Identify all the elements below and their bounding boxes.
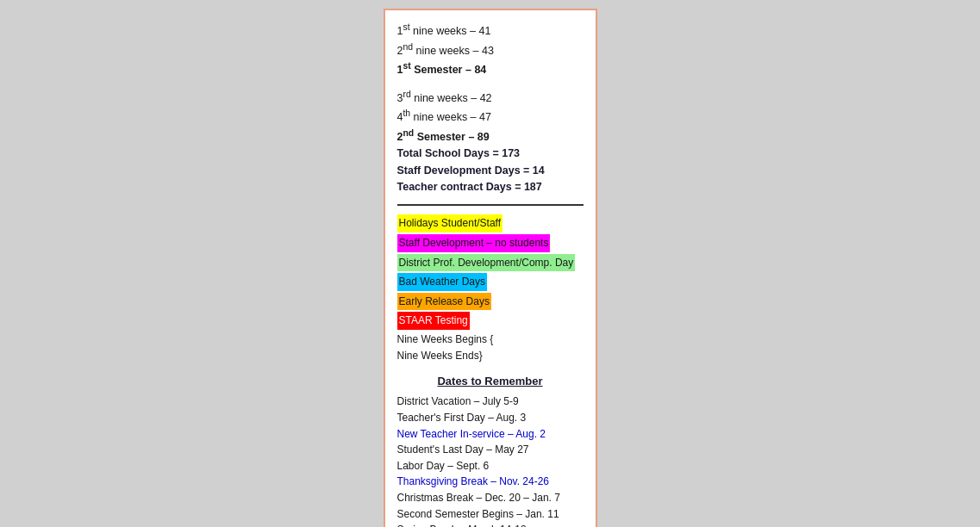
legend-bad-weather-label: Bad Weather Days [397, 273, 488, 291]
second-nine-weeks: 2nd nine weeks – 43 [397, 40, 584, 60]
teacher-contract-days: Teacher contract Days = 187 [397, 179, 584, 195]
legend-staff-dev: Staff Development – no students [397, 234, 584, 254]
nine-weeks-ends: Nine Weeks Ends} [397, 348, 584, 364]
date-student-last-day: Student's Last Day – May 27 [397, 442, 584, 458]
semester1-total: 1st Semester – 84 [397, 59, 584, 79]
legend-holidays: Holidays Student/Staff [397, 214, 584, 234]
third-nine-weeks: 3rd nine weeks – 42 [397, 88, 584, 108]
date-teacher-first-day: Teacher's First Day – Aug. 3 [397, 410, 584, 426]
legend-section: Holidays Student/Staff Staff Development… [397, 214, 584, 364]
date-new-teacher-inservice: New Teacher In-service – Aug. 2 [397, 426, 584, 443]
date-spring-break: Spring Break – March 14-18 [397, 522, 584, 527]
legend-early-release: Early Release Days [397, 293, 584, 313]
total-school-days: Total School Days = 173 [397, 146, 584, 162]
fourth-nine-weeks: 4th nine weeks – 47 [397, 107, 584, 127]
date-district-vacation: District Vacation – July 5-9 [397, 394, 584, 410]
date-christmas: Christmas Break – Dec. 20 – Jan. 7 [397, 490, 584, 506]
staff-dev-days: Staff Development Days = 14 [397, 163, 584, 179]
semester2-total: 2nd Semester – 89 [397, 127, 584, 146]
calendar-card: 1st nine weeks – 41 2nd nine weeks – 43 … [384, 9, 597, 527]
dates-section: Dates to Remember District Vacation – Ju… [397, 373, 584, 527]
first-nine-weeks: 1st nine weeks – 41 [397, 21, 584, 40]
nine-weeks-section: 1st nine weeks – 41 2nd nine weeks – 43 … [397, 21, 584, 146]
legend-holidays-label: Holidays Student/Staff [397, 214, 503, 232]
legend-early-release-label: Early Release Days [397, 293, 491, 311]
legend-staar: STAAR Testing [397, 312, 584, 332]
date-second-semester: Second Semester Begins – Jan. 11 [397, 506, 584, 523]
totals-section: Total School Days = 173 Staff Developmen… [397, 146, 584, 195]
legend-bad-weather: Bad Weather Days [397, 273, 584, 293]
date-thanksgiving: Thanksgiving Break – Nov. 24-26 [397, 474, 584, 490]
legend-staff-dev-label: Staff Development – no students [397, 234, 551, 252]
dates-title: Dates to Remember [397, 373, 584, 390]
legend-district-prof-label: District Prof. Development/Comp. Day [397, 254, 576, 272]
divider [397, 204, 584, 206]
legend-staar-label: STAAR Testing [397, 312, 470, 330]
date-labor-day: Labor Day – Sept. 6 [397, 458, 584, 474]
legend-district-prof: District Prof. Development/Comp. Day [397, 254, 584, 274]
nine-weeks-begins: Nine Weeks Begins { [397, 332, 584, 348]
